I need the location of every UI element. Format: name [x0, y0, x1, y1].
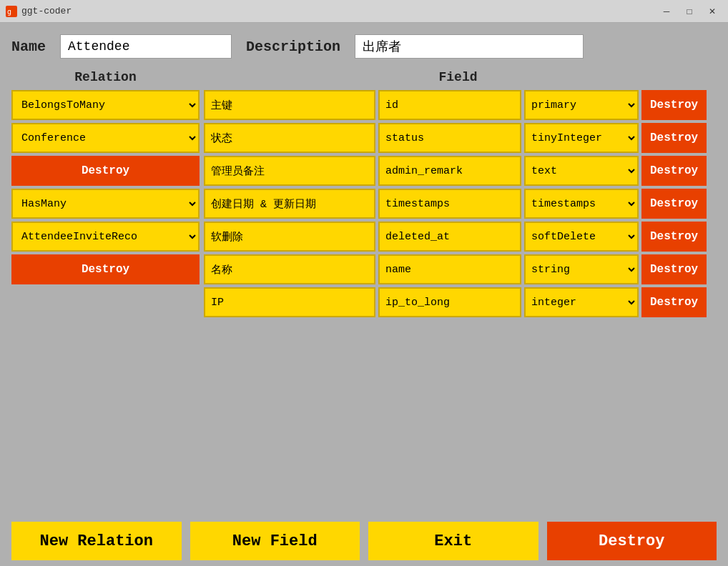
- field-destroy-button-0[interactable]: Destroy: [641, 90, 707, 120]
- destroy-button[interactable]: Destroy: [547, 522, 717, 560]
- maximize-button[interactable]: □: [679, 4, 699, 19]
- field-desc-4[interactable]: [204, 222, 375, 252]
- field-type-2[interactable]: primary tinyInteger text timestamps soft…: [524, 156, 639, 186]
- field-row-5: primary tinyInteger text timestamps soft…: [204, 254, 717, 284]
- field-type-6[interactable]: primary tinyInteger text timestamps soft…: [524, 287, 639, 317]
- field-name-5[interactable]: [378, 254, 521, 284]
- titlebar-controls: ─ □ ✕: [656, 4, 722, 19]
- field-row-6: primary tinyInteger text timestamps soft…: [204, 287, 717, 317]
- field-destroy-button-6[interactable]: Destroy: [641, 287, 707, 317]
- field-destroy-button-5[interactable]: Destroy: [641, 254, 707, 284]
- main-content: Name Description Relation Field BelongsT…: [0, 23, 728, 317]
- field-desc-1[interactable]: [204, 123, 375, 153]
- field-type-5[interactable]: primary tinyInteger text timestamps soft…: [524, 254, 639, 284]
- minimize-button[interactable]: ─: [656, 4, 677, 19]
- field-row-3: primary tinyInteger text timestamps soft…: [204, 189, 717, 219]
- field-name-4[interactable]: [378, 222, 521, 252]
- svg-text:g: g: [7, 8, 11, 16]
- name-input[interactable]: [60, 34, 232, 59]
- relation-destroy-button-1[interactable]: Destroy: [11, 254, 200, 284]
- exit-button[interactable]: Exit: [368, 522, 538, 560]
- field-destroy-button-3[interactable]: Destroy: [641, 189, 707, 219]
- field-destroy-button-1[interactable]: Destroy: [641, 123, 707, 153]
- field-name-2[interactable]: [378, 156, 521, 186]
- field-destroy-button-2[interactable]: Destroy: [641, 156, 707, 186]
- relation-target-select-1[interactable]: AttendeeInviteReco: [11, 222, 200, 252]
- field-row-4: primary tinyInteger text timestamps soft…: [204, 222, 717, 252]
- relation-type-select-1[interactable]: HasMany BelongsToMany HasOne BelongsTo M…: [11, 189, 200, 219]
- field-name-1[interactable]: [378, 123, 521, 153]
- titlebar-left: g ggt-coder: [6, 6, 72, 17]
- field-column-header: Field: [200, 70, 717, 84]
- field-row-1: primary tinyInteger text timestamps soft…: [204, 123, 717, 153]
- field-desc-3[interactable]: [204, 189, 375, 219]
- new-field-button[interactable]: New Field: [190, 522, 360, 560]
- columns-header: Relation Field: [11, 70, 717, 84]
- field-type-1[interactable]: primary tinyInteger text timestamps soft…: [524, 123, 639, 153]
- field-desc-6[interactable]: [204, 287, 375, 317]
- field-row-0: primary tinyInteger text timestamps soft…: [204, 90, 717, 120]
- new-relation-button[interactable]: New Relation: [11, 522, 182, 560]
- description-label: Description: [246, 39, 340, 55]
- field-desc-5[interactable]: [204, 254, 375, 284]
- relation-column-header: Relation: [11, 70, 200, 84]
- bottom-bar: New Relation New Field Exit Destroy: [0, 516, 728, 566]
- app-icon: g: [6, 6, 17, 17]
- field-desc-0[interactable]: [204, 90, 375, 120]
- field-row-2: primary tinyInteger text timestamps soft…: [204, 156, 717, 186]
- titlebar-title: ggt-coder: [21, 6, 72, 16]
- name-label: Name: [11, 39, 46, 55]
- field-desc-2[interactable]: [204, 156, 375, 186]
- relation-type-select-0[interactable]: BelongsToMany HasMany HasOne BelongsTo M…: [11, 90, 200, 120]
- description-input[interactable]: [355, 34, 584, 59]
- field-type-3[interactable]: primary tinyInteger text timestamps soft…: [524, 189, 639, 219]
- field-destroy-button-4[interactable]: Destroy: [641, 222, 707, 252]
- field-type-0[interactable]: primary tinyInteger text timestamps soft…: [524, 90, 639, 120]
- columns-body: BelongsToMany HasMany HasOne BelongsTo M…: [11, 90, 717, 317]
- close-button[interactable]: ✕: [702, 4, 722, 19]
- field-name-3[interactable]: [378, 189, 521, 219]
- field-column: primary tinyInteger text timestamps soft…: [200, 90, 717, 317]
- relation-column: BelongsToMany HasMany HasOne BelongsTo M…: [11, 90, 200, 317]
- relation-destroy-button-0[interactable]: Destroy: [11, 156, 200, 186]
- titlebar: g ggt-coder ─ □ ✕: [0, 0, 728, 23]
- field-name-0[interactable]: [378, 90, 521, 120]
- field-type-4[interactable]: primary tinyInteger text timestamps soft…: [524, 222, 639, 252]
- header-row: Name Description: [11, 34, 717, 59]
- relation-target-select-0[interactable]: Conference: [11, 123, 200, 153]
- field-name-6[interactable]: [378, 287, 521, 317]
